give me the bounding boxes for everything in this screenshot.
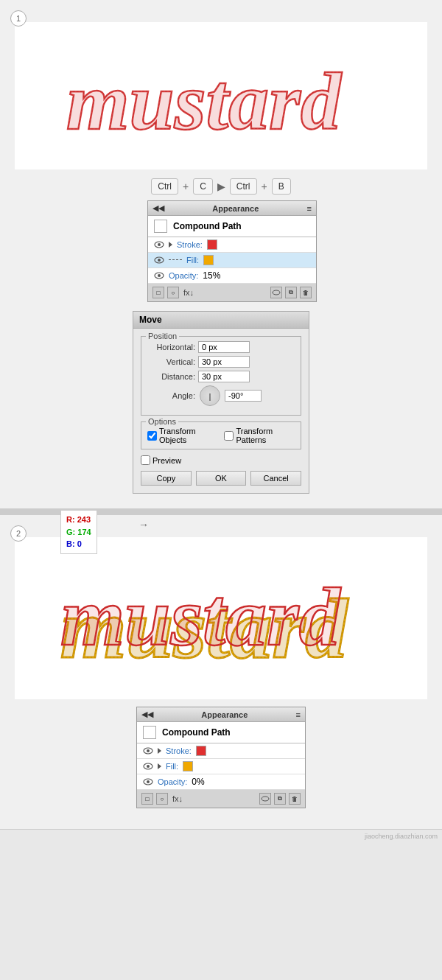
angle-dial[interactable] bbox=[200, 385, 220, 406]
preview-label: Preview bbox=[152, 456, 181, 465]
move-dialog: Move Position Horizontal: Vertical: Dist… bbox=[133, 311, 309, 494]
fx-label-2[interactable]: fx↓ bbox=[172, 794, 183, 803]
header-swatch-2 bbox=[143, 726, 156, 739]
angle-input[interactable] bbox=[225, 390, 262, 402]
shortcut-row: Ctrl + C ▶ Ctrl + B bbox=[15, 178, 427, 195]
position-legend: Position bbox=[146, 332, 179, 340]
svg-point-3 bbox=[158, 259, 161, 262]
mustard-text-fill: mustard bbox=[66, 57, 343, 147]
checkbox-row: Transform Objects Transform Patterns bbox=[147, 427, 295, 444]
opacity-label-2[interactable]: Opacity: bbox=[158, 777, 187, 786]
position-fieldset: Position Horizontal: Vertical: Distance:… bbox=[141, 336, 301, 416]
distance-input[interactable] bbox=[198, 371, 250, 382]
footer-icon-delete-1[interactable]: 🗑 bbox=[300, 287, 312, 298]
dialog-buttons: Copy OK Cancel bbox=[141, 471, 301, 486]
panel-collapse-btn-1[interactable]: ◀◀ bbox=[152, 203, 164, 213]
stroke-swatch-2 bbox=[196, 746, 206, 756]
rgb-g-value: G: 174 bbox=[66, 526, 91, 539]
tri-icon-stroke-2 bbox=[158, 748, 161, 754]
fx-label-1[interactable]: fx↓ bbox=[183, 288, 194, 297]
footer-icon-eye-1[interactable] bbox=[270, 287, 282, 298]
panel-header-label-1: Compound Path bbox=[173, 221, 242, 231]
footer-icon-copy-1[interactable]: ⧉ bbox=[285, 287, 297, 298]
section-2: 2 mustard mustard mustard mustard ◀◀ App… bbox=[0, 515, 442, 830]
plus-1: + bbox=[183, 181, 189, 192]
tri-icon-stroke-1 bbox=[169, 242, 172, 248]
tri-icon-fill-2 bbox=[158, 763, 161, 769]
copy-button[interactable]: Copy bbox=[141, 471, 192, 486]
cancel-button[interactable]: Cancel bbox=[250, 471, 301, 486]
transform-patterns-label: Transform Patterns bbox=[236, 427, 295, 444]
stroke-label-2[interactable]: Stroke: bbox=[166, 746, 192, 755]
vertical-input[interactable] bbox=[198, 356, 250, 368]
canvas-area-2: mustard mustard mustard mustard bbox=[15, 537, 427, 699]
preview-checkbox[interactable] bbox=[141, 455, 150, 465]
angle-label: Angle: bbox=[147, 391, 195, 400]
footer-icon-square-1[interactable]: □ bbox=[152, 287, 164, 298]
transform-patterns-item: Transform Patterns bbox=[224, 427, 295, 444]
panel-header-2: Compound Path bbox=[137, 722, 305, 743]
footer-icon-delete-2[interactable]: 🗑 bbox=[289, 793, 301, 805]
fill-label-2[interactable]: Fill: bbox=[166, 762, 178, 771]
panel-titlebar-2: ◀◀ Appearance ≡ bbox=[137, 707, 305, 722]
rgb-tooltip: R: 243 G: 174 B: 0 bbox=[60, 510, 97, 554]
eye-icon-stroke-1 bbox=[154, 241, 164, 248]
transform-objects-label: Transform Objects bbox=[159, 427, 215, 444]
eye-icon-opacity-1 bbox=[154, 272, 164, 279]
angle-row: Angle: bbox=[147, 385, 295, 406]
horizontal-input[interactable] bbox=[198, 341, 250, 353]
fill-row-1: Fill: bbox=[148, 253, 316, 268]
fill-label-1[interactable]: Fill: bbox=[186, 256, 199, 265]
panel-header-label-2: Compound Path bbox=[162, 727, 231, 738]
bottom-watermark: jiaocheng.diaozhian.com bbox=[0, 830, 442, 843]
footer-icon-eye-2[interactable] bbox=[259, 793, 271, 805]
dialog-title: Move bbox=[133, 312, 309, 329]
fill-dash-indicator bbox=[169, 259, 182, 261]
transform-objects-item: Transform Objects bbox=[147, 427, 215, 444]
mustard-main-fill: mustard bbox=[60, 571, 342, 662]
mustard-text-svg-1: mustard mustard bbox=[52, 33, 390, 158]
fill-swatch-2 bbox=[183, 761, 193, 771]
eye-icon-fill-2 bbox=[143, 763, 153, 770]
svg-point-5 bbox=[158, 274, 161, 277]
ok-button[interactable]: OK bbox=[196, 471, 247, 486]
panel-title-2: Appearance bbox=[201, 710, 248, 719]
panel-collapse-btn-2[interactable]: ◀◀ bbox=[141, 710, 153, 719]
footer-icon-circle-1[interactable]: ○ bbox=[167, 287, 179, 298]
panel-header-1: Compound Path bbox=[148, 216, 316, 237]
dialog-body: Position Horizontal: Vertical: Distance:… bbox=[133, 329, 309, 493]
vertical-label: Vertical: bbox=[147, 357, 195, 366]
opacity-label-1[interactable]: Opacity: bbox=[169, 271, 198, 280]
step-number-2: 2 bbox=[10, 525, 27, 542]
panel-titlebar-1: ◀◀ Appearance ≡ bbox=[148, 201, 316, 216]
arrow-sym: ▶ bbox=[217, 181, 225, 192]
transform-patterns-checkbox[interactable] bbox=[224, 431, 234, 441]
footer-icon-square-2[interactable]: □ bbox=[141, 793, 153, 805]
rgb-b-value: B: 0 bbox=[66, 538, 91, 550]
svg-point-12 bbox=[147, 780, 150, 783]
stroke-swatch-1 bbox=[207, 239, 217, 250]
stroke-label-1[interactable]: Stroke: bbox=[177, 240, 203, 249]
mustard-text-svg-2: mustard mustard mustard mustard bbox=[44, 550, 398, 687]
panel-container-1: R: 243 G: 174 B: 0 → ◀◀ Appearance ≡ Com… bbox=[15, 200, 427, 302]
section-1: 1 mustard mustard Ctrl + C ▶ Ctrl + B R:… bbox=[0, 0, 442, 509]
appearance-panel-1: ◀◀ Appearance ≡ Compound Path Stroke: bbox=[147, 200, 317, 302]
key-c: C bbox=[193, 178, 213, 195]
options-fieldset: Options Transform Objects Transform Patt… bbox=[141, 421, 301, 449]
plus-2: + bbox=[262, 181, 267, 192]
stroke-row-1: Stroke: bbox=[148, 237, 316, 253]
footer-icon-copy-2[interactable]: ⧉ bbox=[274, 793, 286, 805]
key-b: B bbox=[272, 178, 291, 195]
eye-icon-stroke-2 bbox=[143, 747, 153, 755]
panel-wrapper-2: ◀◀ Appearance ≡ Compound Path Stroke: bbox=[15, 707, 427, 817]
svg-point-13 bbox=[262, 797, 269, 801]
transform-objects-checkbox[interactable] bbox=[147, 431, 157, 441]
panel-footer-1: □ ○ fx↓ ⧉ 🗑 bbox=[148, 284, 316, 301]
footer-icon-circle-2[interactable]: ○ bbox=[156, 793, 168, 805]
rgb-r-value: R: 243 bbox=[66, 514, 91, 526]
panel-footer-2: □ ○ fx↓ ⧉ 🗑 bbox=[137, 790, 305, 808]
panel-menu-btn-1[interactable]: ≡ bbox=[307, 204, 312, 213]
vertical-row: Vertical: bbox=[147, 356, 295, 368]
svg-point-8 bbox=[147, 749, 150, 752]
panel-menu-btn-2[interactable]: ≡ bbox=[296, 710, 301, 719]
